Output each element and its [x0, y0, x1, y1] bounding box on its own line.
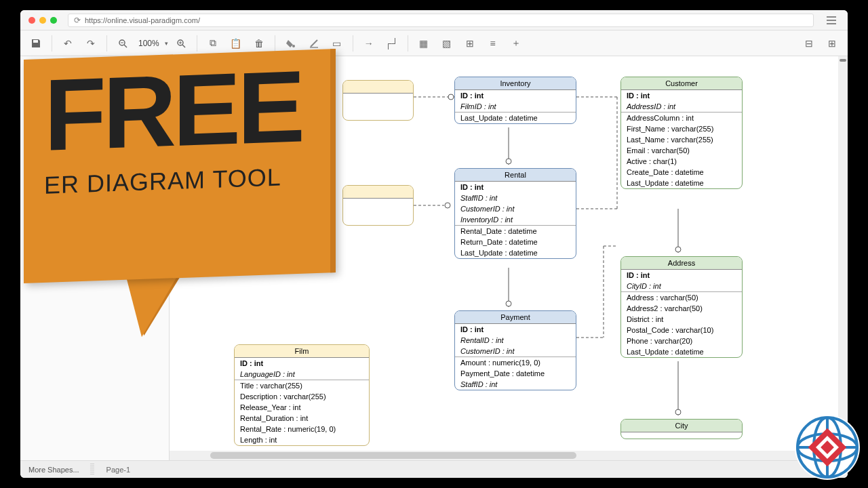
entity-field: Active : char(1): [621, 156, 742, 167]
svg-point-7: [292, 45, 295, 47]
entity-field: Create_Date : datetime: [621, 167, 742, 178]
window-maximize-icon[interactable]: [50, 17, 57, 24]
more-shapes-button[interactable]: More Shapes...: [26, 466, 82, 474]
entity-field: Address : varchar(50): [621, 292, 742, 303]
entity-field: Last_Name : varchar(255): [621, 134, 742, 145]
format-panel-icon[interactable]: ⊟: [799, 34, 819, 53]
window-minimize-icon[interactable]: [39, 17, 46, 24]
add-icon[interactable]: ＋: [506, 34, 526, 53]
entity-field: Length : int: [235, 434, 369, 445]
entity-field: ID : int: [621, 270, 742, 281]
entity-body: ID : intAddressID : intAddressColumn : i…: [621, 90, 742, 188]
page-tab[interactable]: Page-1: [100, 466, 137, 474]
svg-point-23: [675, 247, 681, 252]
entity-field: AddressColumn : int: [621, 113, 742, 123]
save-icon[interactable]: [26, 34, 46, 53]
entity-field: Phone : varchar(20): [621, 336, 742, 346]
window-close-icon[interactable]: [28, 17, 35, 24]
entity-body: ID : intCityID : intAddress : varchar(50…: [621, 270, 742, 357]
entity-title: Inventory: [455, 77, 576, 90]
toolbar: ↶ ↷ 100%▾ ⧉ 📋 🗑 ▭ → ┌┘ ▦ ▧ ⊞ ≡ ＋ ⊟ ⊞: [20, 30, 848, 56]
tab-bar: More Shapes... Page-1: [20, 460, 848, 478]
entity-field: Return_Date : datetime: [455, 237, 576, 247]
entity-title: Address: [621, 257, 742, 270]
entity-field: Last_Update : datetime: [621, 346, 742, 357]
entity-field: InventoryID : int: [455, 214, 576, 226]
entity-field: Amount : numeric(19, 0): [455, 357, 576, 368]
entity-customer[interactable]: Customer ID : intAddressID : intAddressC…: [620, 77, 743, 189]
entity-field: Last_Update : datetime: [455, 113, 576, 123]
to-front-icon[interactable]: ▦: [414, 34, 434, 53]
entity-field: Address2 : varchar(50): [621, 303, 742, 314]
entity-address[interactable]: Address ID : intCityID : intAddress : va…: [620, 256, 743, 358]
undo-icon[interactable]: ↶: [58, 34, 78, 53]
entity-field: Title : varchar(255): [235, 380, 369, 391]
drag-handle-icon[interactable]: [90, 464, 94, 476]
svg-rect-8: [310, 47, 318, 48]
zoom-out-icon[interactable]: [113, 34, 133, 53]
entity-field: Release_Year : int: [235, 402, 369, 413]
entity-body: ID : intLanguageID : intTitle : varchar(…: [235, 358, 369, 445]
entity-field: StaffID : int: [455, 192, 576, 203]
reload-icon[interactable]: ⟳: [74, 16, 81, 25]
brand-logo-icon: [793, 413, 861, 481]
entity-field: Last_Update : datetime: [455, 247, 576, 258]
entity-field: Email : varchar(50): [621, 145, 742, 156]
copy-icon[interactable]: ⧉: [203, 34, 223, 53]
entity-title: Customer: [621, 77, 742, 90]
entity-film[interactable]: Film ID : intLanguageID : intTitle : var…: [234, 344, 370, 446]
url-bar[interactable]: ⟳ https://online.visual-paradigm.com/: [68, 14, 814, 27]
titlebar: ⟳ https://online.visual-paradigm.com/: [20, 10, 848, 30]
entity-field: AddressID : int: [621, 101, 742, 113]
svg-point-21: [506, 159, 511, 164]
to-back-icon[interactable]: ▧: [437, 34, 457, 53]
connector-icon[interactable]: →: [359, 34, 379, 53]
redo-icon[interactable]: ↷: [81, 34, 101, 53]
entity-field: FilmID : int: [455, 101, 576, 113]
entity-city[interactable]: City: [620, 419, 743, 439]
entity-field: ID : int: [235, 358, 369, 369]
promo-banner: FREE ER DIAGRAM TOOL: [24, 54, 356, 339]
entity-field: CityID : int: [621, 281, 742, 292]
align-icon[interactable]: ⊞: [460, 34, 480, 53]
svg-line-4: [182, 45, 185, 47]
svg-point-24: [675, 409, 681, 415]
entity-field: Payment_Date : datetime: [455, 368, 576, 379]
outline-panel-icon[interactable]: ⊞: [822, 34, 842, 53]
entity-payment[interactable]: Payment ID : intRentalID : intCustomerID…: [454, 310, 576, 390]
waypoint-icon[interactable]: ┌┘: [382, 34, 402, 53]
entity-rental[interactable]: Rental ID : intStaffID : intCustomerID :…: [454, 168, 576, 259]
entity-field: CustomerID : int: [455, 346, 576, 357]
entity-field: CustomerID : int: [455, 203, 576, 214]
banner-headline: FREE: [44, 63, 302, 159]
entity-inventory[interactable]: Inventory ID : intFilmID : intLast_Updat…: [454, 77, 576, 124]
zoom-in-icon[interactable]: [171, 34, 191, 53]
hamburger-icon[interactable]: [823, 12, 840, 28]
entity-field: Rental_Date : datetime: [455, 226, 576, 237]
svg-line-1: [124, 45, 127, 47]
svg-point-26: [445, 203, 450, 208]
entity-field: Rental_Duration : int: [235, 413, 369, 424]
entity-field: First_Name : varchar(255): [621, 123, 742, 134]
entity-field: Last_Update : datetime: [621, 178, 742, 188]
paste-icon[interactable]: 📋: [226, 34, 246, 53]
entity-field: LanguageID : int: [235, 369, 369, 380]
entity-field: District : int: [621, 314, 742, 325]
url-text: https://online.visual-paradigm.com/: [85, 16, 200, 24]
svg-point-22: [506, 301, 511, 306]
entity-field: StaffID : int: [455, 379, 576, 390]
svg-point-25: [448, 94, 454, 100]
entity-body: ID : intFilmID : intLast_Update : dateti…: [455, 90, 576, 123]
zoom-level[interactable]: 100%: [136, 39, 162, 48]
entity-field: Rental_Rate : numeric(19, 0): [235, 424, 369, 434]
entity-title: Payment: [455, 311, 576, 324]
distribute-icon[interactable]: ≡: [483, 34, 503, 53]
entity-field: ID : int: [621, 90, 742, 101]
entity-title: Film: [235, 345, 369, 358]
entity-title: City: [621, 420, 742, 432]
scrollbar-horizontal[interactable]: [170, 451, 837, 460]
scrollbar-vertical[interactable]: [838, 56, 848, 451]
entity-field: ID : int: [455, 182, 576, 192]
entity-field: Postal_Code : varchar(10): [621, 325, 742, 336]
entity-body: ID : intRentalID : intCustomerID : intAm…: [455, 324, 576, 390]
